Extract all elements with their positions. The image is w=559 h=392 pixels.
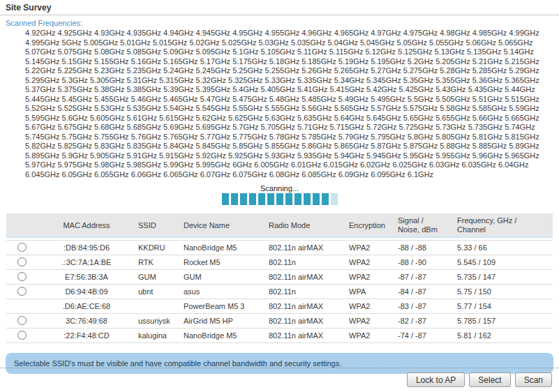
cell-signal-noise: -83 / -87 xyxy=(395,302,454,310)
table-row: :DB:84:95:D6 KKDRU NanoBridge M5 802.11n… xyxy=(6,241,553,255)
cell-radio-mode: 802.11n airMAX xyxy=(266,243,346,252)
table-row: .:3C:7A:1A:BE RTK Rocket M5 802.11n WPA2… xyxy=(6,255,553,270)
ap-select-radio[interactable] xyxy=(17,257,27,266)
cell-frequency-channel: 5.785 / 157 xyxy=(454,317,553,325)
cell-ssid: RTK xyxy=(135,258,181,266)
footer: Lock to AP Select Scan xyxy=(0,368,559,392)
cell-radio-mode: 802.11n airMAX xyxy=(266,317,346,325)
cell-encryption: WPA2 xyxy=(346,302,395,310)
ap-select-radio[interactable] xyxy=(17,272,27,281)
cell-ssid: GUM xyxy=(135,273,181,281)
cell-ssid: kalugina xyxy=(135,331,181,340)
progress-segment xyxy=(276,193,283,205)
cell-signal-noise: -84 / -87 xyxy=(395,287,454,296)
table-row: 3C:76:49:68 ussuriysk AirGrid M5 HP 802.… xyxy=(6,314,553,329)
cell-frequency-channel: 5.81 / 162 xyxy=(454,331,553,340)
cell-device-name: Rocket M5 xyxy=(181,258,266,266)
cell-encryption: WPA2 xyxy=(346,258,395,266)
cell-device-name: NanoBridge M5 xyxy=(181,243,266,252)
header-signal-noise: Signal / Noise, dBm xyxy=(395,216,454,234)
cell-device-name: asus xyxy=(181,287,266,296)
cell-radio-mode: 802.11n xyxy=(266,287,346,296)
scanning-status-label: Scanning... xyxy=(0,184,559,193)
cell-radio-mode: 802.11n airMAX xyxy=(266,273,346,281)
table-body: :DB:84:95:D6 KKDRU NanoBridge M5 802.11n… xyxy=(6,240,553,343)
cell-device-name: AirGrid M5 HP xyxy=(181,317,266,325)
cell-mac: .:3C:7A:1A:BE xyxy=(38,258,135,266)
site-survey-table: MAC Address SSID Device Name Radio Mode … xyxy=(6,213,553,343)
scan-progress-section: Scanning... xyxy=(0,184,559,205)
cell-frequency-channel: 5.735 / 147 xyxy=(454,273,553,281)
header-frequency-line1: Frequency, GHz / xyxy=(457,216,550,225)
cell-device-name: GUM xyxy=(181,273,266,281)
table-row: D6:94:4B:09 ubnt asus 802.11n WPA -84 / … xyxy=(6,285,553,299)
cell-signal-noise: -88 / -88 xyxy=(395,243,454,252)
header-radio-mode: Radio Mode xyxy=(266,221,346,229)
scanned-frequencies-label: Scanned Frequencies: xyxy=(0,15,559,29)
scan-progress-bar xyxy=(0,193,559,205)
cell-frequency-channel: 5.75 / 150 xyxy=(454,287,553,296)
progress-segment xyxy=(231,193,238,205)
cell-frequency-channel: 5.545 / 109 xyxy=(454,258,553,266)
header-mac-address: MAC Address xyxy=(38,221,135,229)
progress-segment xyxy=(249,193,256,205)
header-frequency-channel: Frequency, GHz / Channel xyxy=(454,216,553,234)
progress-segment xyxy=(240,193,247,205)
scanned-frequencies-list: 4.92GHz 4.925GHz 4.93GHz 4.935GHz 4.94GH… xyxy=(0,29,558,179)
ap-select-radio[interactable] xyxy=(17,316,27,325)
footer-buttons: Lock to AP Select Scan xyxy=(0,368,559,392)
select-button[interactable]: Select xyxy=(469,372,510,387)
cell-ssid: KKDRU xyxy=(135,243,181,252)
progress-segment xyxy=(295,193,301,205)
cell-mac: E7:56:3B:3A xyxy=(38,273,135,281)
cell-mac: .D6:AE:CE:68 xyxy=(38,302,135,310)
progress-segment xyxy=(285,193,292,205)
cell-signal-noise: -87 / -87 xyxy=(395,273,454,281)
progress-segment xyxy=(331,193,338,205)
scan-button[interactable]: Scan xyxy=(515,372,552,387)
cell-mac: 3C:76:49:68 xyxy=(38,317,135,325)
header-ssid: SSID xyxy=(135,221,181,229)
lock-to-ap-button[interactable]: Lock to AP xyxy=(407,372,465,387)
cell-ssid: ussuriysk xyxy=(135,317,181,325)
header-device-name: Device Name xyxy=(181,221,266,229)
header-encryption: Encryption xyxy=(346,221,395,229)
cell-radio-mode: 802.11n airMAX xyxy=(266,302,346,310)
progress-segment xyxy=(267,193,274,205)
progress-segment xyxy=(258,193,265,205)
ap-select-radio[interactable] xyxy=(17,331,27,340)
cell-device-name: PowerBeam M5 3 xyxy=(181,302,266,310)
cell-signal-noise: -88 / -90 xyxy=(395,258,454,266)
page-title: Site Survey xyxy=(0,0,559,15)
cell-mac: :DB:84:95:D6 xyxy=(38,243,135,252)
cell-frequency-channel: 5.33 / 66 xyxy=(454,243,553,252)
cell-encryption: WPA2 xyxy=(346,331,395,340)
header-frequency-line2: Channel xyxy=(457,225,550,234)
cell-signal-noise: -74 / -87 xyxy=(395,331,454,340)
cell-encryption: WPA2 xyxy=(346,273,395,281)
progress-segment xyxy=(304,193,311,205)
cell-device-name: NanoBridge M5 xyxy=(181,331,266,340)
table-row: .D6:AE:CE:68 PowerBeam M5 3 802.11n airM… xyxy=(6,299,553,314)
table-row: :22:F4:48:CD kalugina NanoBridge M5 802.… xyxy=(6,329,553,343)
cell-ssid: ubnt xyxy=(135,287,181,296)
ap-select-radio[interactable] xyxy=(17,287,27,296)
cell-mac: :22:F4:48:CD xyxy=(38,331,135,340)
ap-select-radio[interactable] xyxy=(17,243,27,252)
cell-encryption: WPA2 xyxy=(346,243,395,252)
cell-radio-mode: 802.11n xyxy=(266,258,346,266)
table-header-row: MAC Address SSID Device Name Radio Mode … xyxy=(6,213,553,238)
progress-segment xyxy=(313,193,320,205)
progress-segment xyxy=(222,193,229,205)
table-row: E7:56:3B:3A GUM GUM 802.11n airMAX WPA2 … xyxy=(6,270,553,285)
header-signal-line2: Noise, dBm xyxy=(398,225,452,234)
cell-encryption: WPA xyxy=(346,287,395,296)
cell-signal-noise: -82 / -87 xyxy=(395,317,454,325)
progress-segment xyxy=(322,193,329,205)
cell-mac: D6:94:4B:09 xyxy=(38,287,135,296)
cell-encryption: WPA2 xyxy=(346,317,395,325)
cell-radio-mode: 802.11n airMAX xyxy=(266,331,346,340)
cell-frequency-channel: 5.77 / 154 xyxy=(454,302,553,310)
header-signal-line1: Signal / xyxy=(398,216,452,225)
